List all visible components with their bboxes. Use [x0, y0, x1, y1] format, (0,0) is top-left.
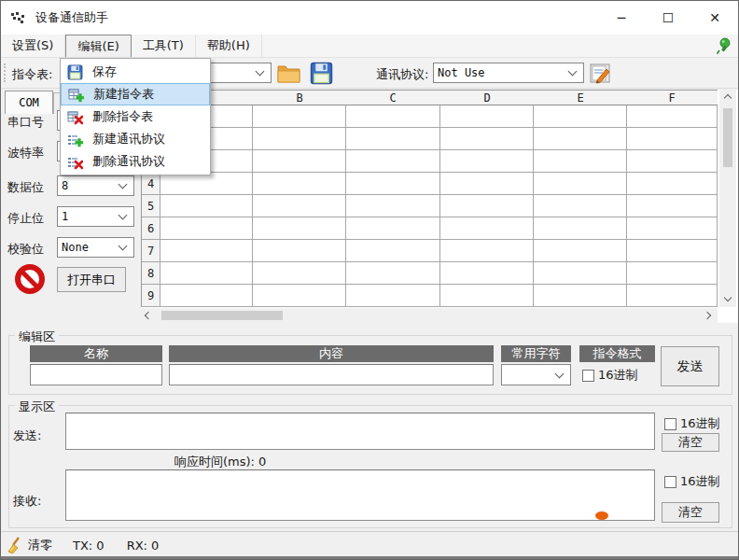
data-bits-label: 数据位	[7, 179, 44, 196]
baud-rate-label: 波特率	[7, 145, 44, 161]
hex-format-option[interactable]: 16进制	[582, 367, 638, 384]
content-input[interactable]	[169, 364, 494, 385]
chevron-down-icon	[119, 242, 128, 251]
rx-counter: RX: 0	[127, 539, 160, 553]
parity-select[interactable]: None	[57, 237, 134, 258]
hex-checkbox[interactable]	[582, 370, 594, 382]
menu-settings[interactable]: 设置(S)	[1, 35, 65, 57]
app-window: 设备通信助手 ─ ☐ ✕ 设置(S) 编辑(E) 工具(T) 帮助(H) 指令表…	[0, 0, 739, 560]
stop-bits-select[interactable]: 1	[57, 206, 134, 227]
open-port-button[interactable]: 打开串口	[57, 267, 126, 292]
menu-tools[interactable]: 工具(T)	[132, 35, 196, 57]
scroll-right-icon[interactable]	[704, 312, 711, 319]
hex-label: 16进制	[598, 367, 638, 384]
col-header-b[interactable]: B	[253, 91, 346, 105]
response-time-text: 响应时间(ms): 0	[174, 454, 266, 470]
scroll-down-icon[interactable]	[724, 294, 732, 301]
tx-counter: TX: 0	[73, 539, 105, 553]
edit-area-title: 编辑区	[15, 329, 59, 345]
receive-display-label: 接收:	[13, 493, 41, 510]
broom-icon[interactable]	[6, 536, 24, 554]
send-display-label: 发送:	[13, 427, 41, 444]
command-table-label: 指令表:	[12, 66, 52, 83]
titlebar: 设备通信助手 ─ ☐ ✕	[1, 1, 738, 35]
new-command-table-icon	[68, 87, 84, 103]
chevron-down-icon	[256, 67, 265, 77]
hscroll-thumb[interactable]	[161, 311, 283, 320]
menubar: 设置(S) 编辑(E) 工具(T) 帮助(H)	[1, 35, 738, 58]
chevron-down-icon	[119, 211, 128, 220]
col-header-e[interactable]: E	[534, 91, 627, 105]
grid-header-row: A B C D E F	[141, 90, 718, 105]
hex-checkbox[interactable]	[664, 418, 676, 430]
pushpin-icon[interactable]	[716, 37, 732, 55]
port-closed-icon	[15, 264, 45, 294]
format-header: 指令格式	[579, 345, 655, 362]
scroll-up-icon[interactable]	[724, 94, 732, 102]
minimize-button[interactable]: ─	[598, 1, 645, 35]
new-protocol-icon	[67, 132, 83, 147]
hex-label: 16进制	[680, 473, 720, 490]
clear-counters-button[interactable]: 清零	[28, 537, 52, 553]
send-hex-option[interactable]: 16进制	[664, 415, 720, 432]
serial-port-label: 串口号	[7, 114, 44, 131]
menu-help[interactable]: 帮助(H)	[196, 35, 262, 57]
parity-label: 校验位	[7, 241, 44, 258]
tab-com[interactable]: COM	[5, 91, 53, 114]
statusbar: 清零 TX: 0 RX: 0	[1, 531, 738, 558]
receive-hex-option[interactable]: 16进制	[664, 473, 720, 490]
edit-protocol-icon[interactable]	[589, 63, 611, 84]
vertical-scrollbar[interactable]	[719, 90, 736, 307]
row-header[interactable]: 4	[142, 173, 160, 195]
hex-checkbox[interactable]	[664, 476, 676, 488]
clear-receive-button[interactable]: 清空	[662, 502, 719, 523]
close-button[interactable]: ✕	[691, 1, 738, 35]
row-header[interactable]: 9	[142, 285, 160, 307]
col-header-d[interactable]: D	[440, 91, 534, 105]
maximize-button[interactable]: ☐	[645, 1, 691, 35]
menu-item-new-protocol[interactable]: 新建通讯协议	[61, 128, 210, 150]
row-header[interactable]: 7	[142, 240, 160, 262]
common-chars-header: 常用字符	[501, 345, 571, 362]
name-input[interactable]	[30, 364, 162, 385]
delete-command-table-icon	[67, 109, 83, 125]
chevron-down-icon	[119, 180, 128, 189]
row-header[interactable]: 8	[142, 262, 160, 285]
chevron-down-icon	[555, 369, 565, 378]
menu-item-delete-protocol[interactable]: 删除通讯协议	[61, 150, 210, 173]
col-header-c[interactable]: C	[346, 91, 439, 105]
name-header: 名称	[30, 345, 162, 362]
display-area-group: 显示区 发送: 16进制 清空 响应时间(ms): 0 接收: 16进制 清空	[8, 405, 732, 528]
command-grid[interactable]: A B C D E F 1 2 3 4 5 6 7 8 9	[141, 90, 738, 323]
row-header[interactable]: 5	[142, 195, 160, 217]
edit-menu-dropdown: 保存 新建指令表 删除指令表	[60, 58, 211, 175]
menu-item-new-command-table[interactable]: 新建指令表	[61, 83, 210, 105]
open-folder-icon[interactable]	[276, 62, 301, 85]
data-bits-select[interactable]: 8	[57, 175, 134, 196]
scroll-left-icon[interactable]	[145, 312, 152, 319]
menu-edit[interactable]: 编辑(E)	[65, 35, 131, 57]
vscroll-thumb[interactable]	[723, 108, 732, 167]
content-header: 内容	[169, 345, 494, 362]
receive-display-textarea[interactable]	[65, 469, 655, 521]
clear-send-button[interactable]: 清空	[662, 433, 719, 452]
common-chars-select[interactable]	[501, 364, 571, 385]
horizontal-scrollbar[interactable]	[141, 308, 718, 323]
window-title: 设备通信助手	[35, 9, 108, 26]
toolbar-grip	[4, 63, 7, 82]
save-table-icon[interactable]	[310, 62, 333, 85]
app-icon	[10, 10, 26, 26]
chevron-down-icon	[568, 67, 578, 77]
send-display-textarea[interactable]	[65, 413, 655, 450]
notification-dot	[595, 511, 608, 520]
send-button[interactable]: 发送	[661, 346, 719, 386]
col-header-f[interactable]: F	[625, 91, 718, 105]
grid-cells[interactable]	[160, 105, 718, 307]
row-header[interactable]: 6	[142, 217, 160, 240]
window-bottom-edge	[1, 556, 738, 559]
menu-item-save[interactable]: 保存	[61, 61, 210, 83]
protocol-label: 通讯协议:	[376, 66, 428, 83]
menu-item-delete-command-table[interactable]: 删除指令表	[61, 105, 210, 128]
display-area-title: 显示区	[15, 399, 59, 415]
protocol-select[interactable]: Not Use	[433, 63, 584, 83]
